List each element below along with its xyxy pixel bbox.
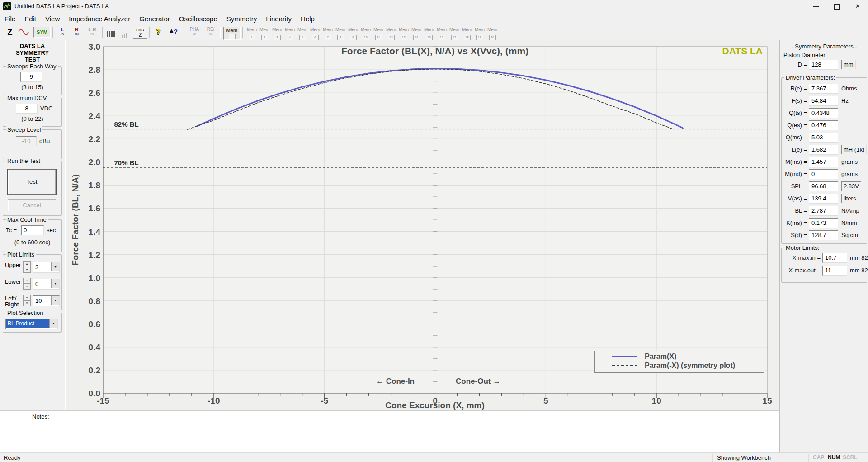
spinner[interactable]: ▲▼ <box>23 295 31 306</box>
memory-slot-button-5: Mem5 <box>297 27 308 40</box>
memory-slot-number: 2 <box>261 35 268 40</box>
toolbar: Z SYM L IN R IN L R IN LOG Z ? ? PHA Φ R… <box>0 25 868 41</box>
y-axis-title: Force Factor (BL, N/A) <box>71 174 80 266</box>
spinner-up-icon[interactable]: ▲ <box>23 295 31 300</box>
right-input-button[interactable]: R IN <box>71 27 83 36</box>
log-z-button[interactable]: LOG Z <box>133 27 147 39</box>
test-button[interactable]: Test <box>8 169 56 195</box>
spinner[interactable]: ▲▼ <box>23 278 31 290</box>
menu-item-generator[interactable]: Generator <box>135 13 175 25</box>
spinner-up-icon[interactable]: ▲ <box>23 261 31 267</box>
x-axis-title: Cone Excursion (X, mm) <box>385 400 485 410</box>
memory-slot-label: Mem <box>398 27 410 32</box>
piston-diameter-input[interactable]: 128 <box>809 60 838 70</box>
parameter-input[interactable]: 5.03 <box>809 133 838 143</box>
notes-area[interactable]: Notes: <box>0 410 779 453</box>
parameter-label: S(d) = <box>780 232 807 238</box>
notes-label: Notes: <box>32 413 49 420</box>
parameter-label: Q(ts) = <box>780 110 807 116</box>
menu-item-oscilloscope[interactable]: Oscilloscope <box>175 13 222 25</box>
menu-item-help[interactable]: Help <box>296 13 319 25</box>
parameter-input[interactable]: 2.787 <box>809 206 838 216</box>
max-dcv-input[interactable]: 8 <box>16 104 38 114</box>
phase-button: PHA Φ <box>187 27 202 36</box>
parameter-input[interactable]: 1.457 <box>809 157 838 167</box>
spinner[interactable]: ▲▼ <box>23 261 31 273</box>
context-help-icon[interactable]: ? <box>166 28 182 36</box>
help-icon[interactable]: ? <box>153 28 164 37</box>
menu-item-linearity[interactable]: Linearity <box>261 13 296 25</box>
cone-in-label: ← Cone-In <box>376 377 415 386</box>
left-input-button[interactable]: L IN <box>56 27 69 36</box>
window-title: Untitled DATS LA Project - DATS LA <box>14 3 109 10</box>
title-bar: Untitled DATS LA Project - DATS LA — ✕ <box>0 0 868 13</box>
parameter-input[interactable]: 0.476 <box>809 120 838 130</box>
parameter-unit: grams <box>841 171 858 177</box>
parameter-input[interactable]: 128.7 <box>809 230 838 240</box>
memory-slot-button-19: Mem19 <box>474 27 486 40</box>
parameter-input[interactable]: 7.367 <box>809 84 838 94</box>
menu-item-impedance-analyzer[interactable]: Impedance Analyzer <box>64 13 135 25</box>
y-tick-label: 2.8 <box>89 65 100 75</box>
minimize-button[interactable]: — <box>806 0 826 13</box>
spinner-down-icon[interactable]: ▼ <box>23 300 31 306</box>
plot-limit-dropdown[interactable]: 10▼ <box>33 295 60 306</box>
parameter-unit: Hz <box>841 97 849 104</box>
parameter-input[interactable]: 10.7 <box>822 253 847 263</box>
parameter-input[interactable]: 96.68 <box>809 181 838 191</box>
sweeps-input[interactable]: 9 <box>20 72 42 82</box>
memory-button[interactable]: Mem <box>223 27 241 40</box>
y-tick-label: 0.8 <box>89 296 100 306</box>
y-tick-label: 3.0 <box>89 42 100 52</box>
toolbar-separator <box>220 27 220 38</box>
memory-slot-label: Mem <box>259 27 270 32</box>
run-test-group: Run the Test Test Cancel <box>3 161 62 216</box>
y-tick-label: 0.2 <box>89 366 100 375</box>
spinner-down-icon[interactable]: ▼ <box>23 267 31 273</box>
plot-limit-label: Upper <box>5 262 22 268</box>
symmetry-tool-button[interactable]: SYM <box>33 27 51 38</box>
memory-slot-button-9: Mem9 <box>347 27 359 40</box>
menu-item-edit[interactable]: Edit <box>20 13 41 25</box>
memory-slot-number: 1 <box>249 35 255 40</box>
memory-slot-label: Mem <box>436 27 448 32</box>
toolbar-separator <box>52 27 53 38</box>
plot-limit-dropdown[interactable]: 3▼ <box>33 262 60 273</box>
plot-limit-dropdown[interactable]: 0▼ <box>33 279 60 290</box>
parameter-input[interactable]: 0.173 <box>809 218 838 228</box>
symmetry-parameters-panel: - Symmetry Parameters - Piston Diameter … <box>779 40 868 452</box>
memory-slot-button-1: Mem1 <box>246 27 258 40</box>
maximize-button[interactable] <box>826 0 847 13</box>
parameter-unit: N/mm <box>841 219 857 226</box>
memory-slot-number: 20 <box>489 35 496 40</box>
status-bar: Ready Showing Workbench CAPNUMSCRL <box>0 452 868 462</box>
parameter-input[interactable]: 139.4 <box>809 194 838 204</box>
impedance-tool-button[interactable]: Z <box>5 28 15 37</box>
close-button[interactable]: ✕ <box>847 0 868 13</box>
menu-item-file[interactable]: File <box>0 13 20 25</box>
chevron-down-icon[interactable]: ▼ <box>51 279 59 288</box>
plot-selection-dropdown[interactable]: BL Product ▼ <box>5 319 58 329</box>
spinner-up-icon[interactable]: ▲ <box>23 278 31 284</box>
parameter-input[interactable]: 1.682 <box>809 145 838 155</box>
menu-item-view[interactable]: View <box>41 13 64 25</box>
parameter-input[interactable]: 11 <box>822 266 847 276</box>
memory-slot-button-6: Mem6 <box>309 27 321 40</box>
parameter-input[interactable]: 0 <box>809 169 838 179</box>
bar-graph-icon[interactable] <box>105 29 117 37</box>
memory-slot-label: Mem <box>486 27 498 32</box>
parameter-label: M(ms) = <box>780 158 807 165</box>
chevron-down-icon[interactable]: ▼ <box>51 262 59 271</box>
chevron-down-icon[interactable]: ▼ <box>49 319 57 328</box>
memory-slot-number: 14 <box>413 35 420 40</box>
cool-time-input[interactable]: 0 <box>21 225 44 235</box>
memory-slot-number: 6 <box>312 35 319 40</box>
chevron-down-icon[interactable]: ▼ <box>51 296 59 305</box>
menu-item-symmetry[interactable]: Symmetry <box>222 13 262 25</box>
y-tick-label: 1.0 <box>89 273 100 283</box>
sine-wave-icon[interactable] <box>17 29 30 37</box>
parameter-input[interactable]: 0.4348 <box>809 108 838 118</box>
parameter-label: X-max.in = <box>780 254 821 261</box>
parameter-input[interactable]: 54.84 <box>809 96 838 106</box>
spinner-down-icon[interactable]: ▼ <box>23 284 31 290</box>
